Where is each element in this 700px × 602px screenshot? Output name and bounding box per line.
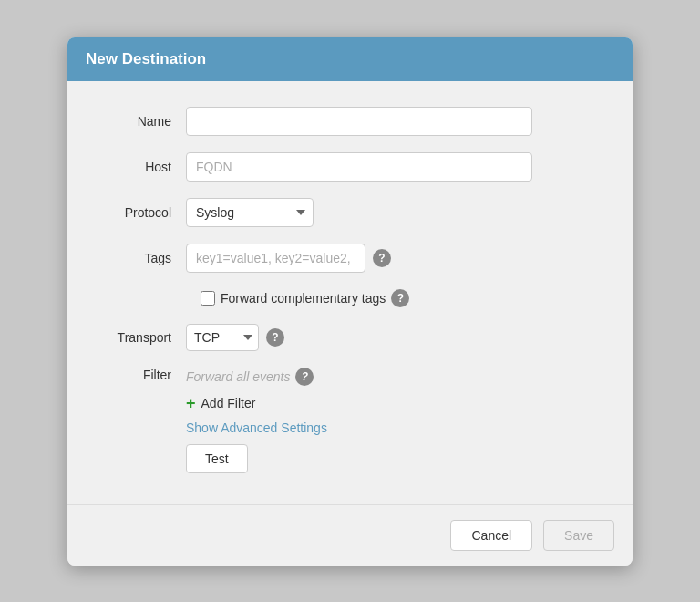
- dialog-footer: Cancel Save: [67, 504, 633, 566]
- filter-help-icon[interactable]: ?: [295, 368, 314, 386]
- filter-content: Forward all events ? + Add Filter Show A…: [186, 368, 327, 473]
- host-label: Host: [86, 160, 186, 174]
- host-row: Host: [86, 152, 614, 182]
- dialog-header: New Destination: [67, 37, 633, 81]
- name-row: Name: [86, 107, 614, 136]
- new-destination-dialog: New Destination Name Host Protocol Syslo…: [67, 37, 633, 566]
- transport-select[interactable]: TCP UDP TLS: [186, 324, 259, 351]
- protocol-label: Protocol: [86, 205, 186, 220]
- add-filter-label: Add Filter: [201, 396, 256, 410]
- show-advanced-settings-button[interactable]: Show Advanced Settings: [186, 420, 327, 435]
- transport-label: Transport: [86, 330, 186, 345]
- forward-complementary-label: Forward complementary tags: [221, 291, 386, 306]
- filter-label: Filter: [86, 368, 186, 382]
- protocol-row: Protocol Syslog CEF LEEF: [86, 198, 614, 227]
- transport-help-icon[interactable]: ?: [266, 328, 284, 347]
- forward-tags-row: Forward complementary tags ?: [201, 289, 614, 307]
- tags-input-group: ?: [186, 244, 391, 273]
- add-filter-button[interactable]: + Add Filter: [186, 395, 327, 411]
- forward-tags-help-icon[interactable]: ?: [391, 289, 409, 307]
- name-label: Name: [86, 114, 186, 129]
- test-button[interactable]: Test: [186, 444, 248, 473]
- tags-label: Tags: [86, 251, 186, 265]
- transport-input-group: TCP UDP TLS ?: [186, 324, 284, 351]
- transport-row: Transport TCP UDP TLS ?: [86, 324, 614, 351]
- test-button-wrapper: Test: [186, 444, 327, 473]
- name-input[interactable]: [186, 107, 532, 136]
- save-button[interactable]: Save: [543, 520, 614, 551]
- tags-input[interactable]: [186, 244, 365, 273]
- forward-complementary-checkbox[interactable]: [201, 291, 215, 306]
- protocol-select[interactable]: Syslog CEF LEEF: [186, 198, 314, 227]
- cancel-button[interactable]: Cancel: [450, 520, 532, 551]
- plus-icon: +: [186, 395, 196, 411]
- host-input[interactable]: [186, 152, 532, 182]
- filter-placeholder-text: Forward all events: [186, 369, 290, 384]
- dialog-title: New Destination: [86, 50, 206, 67]
- tags-help-icon[interactable]: ?: [373, 249, 391, 267]
- filter-placeholder-group: Forward all events ?: [186, 368, 327, 386]
- filter-row: Filter Forward all events ? + Add Filter…: [86, 368, 614, 473]
- tags-row: Tags ?: [86, 244, 614, 273]
- dialog-body: Name Host Protocol Syslog CEF LEEF Tags …: [67, 81, 633, 504]
